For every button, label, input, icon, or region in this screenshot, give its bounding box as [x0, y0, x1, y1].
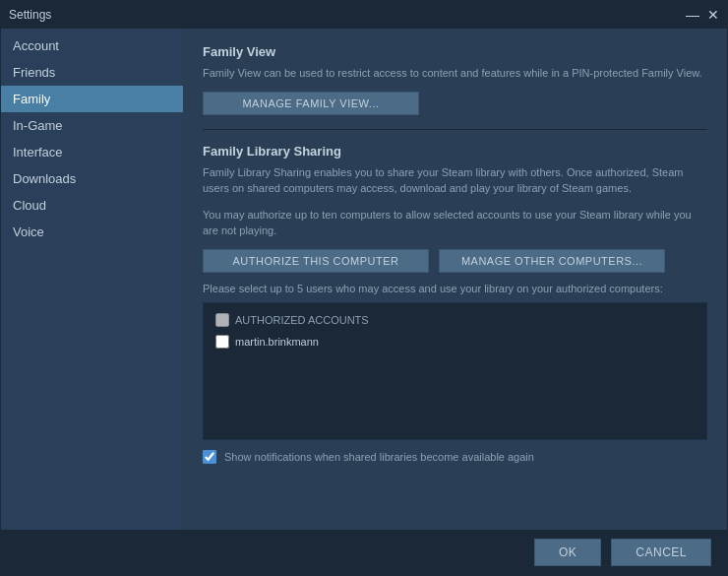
- family-library-desc2: You may authorize up to ten computers to…: [203, 207, 707, 239]
- notification-label: Show notifications when shared libraries…: [224, 451, 534, 463]
- manage-family-view-button[interactable]: MANAGE FAMILY VIEW...: [203, 92, 419, 115]
- settings-window: Settings — ✕ Account Friends Family In-G…: [0, 0, 728, 576]
- family-library-title: Family Library Sharing: [203, 144, 707, 159]
- sidebar-item-label: Family: [13, 92, 50, 106]
- sidebar-item-label: Interface: [13, 145, 63, 160]
- section-divider: [203, 129, 707, 130]
- family-view-title: Family View: [203, 44, 707, 59]
- sidebar-item-in-game[interactable]: In-Game: [1, 112, 183, 139]
- account-row: martin.brinkmann: [210, 331, 700, 352]
- sidebar-item-label: Cloud: [13, 198, 46, 213]
- sidebar: Account Friends Family In-Game Interface…: [1, 29, 183, 530]
- titlebar: Settings — ✕: [1, 1, 727, 29]
- authorized-accounts-checkbox[interactable]: [215, 313, 229, 327]
- sidebar-item-family[interactable]: Family: [1, 86, 183, 112]
- authorize-computer-button[interactable]: AUTHORIZE THIS COMPUTER: [203, 249, 429, 273]
- sidebar-item-label: Voice: [13, 224, 44, 239]
- sidebar-item-label: Downloads: [13, 171, 76, 186]
- family-view-description: Family View can be used to restrict acce…: [203, 65, 707, 82]
- sidebar-item-interface[interactable]: Interface: [1, 139, 183, 165]
- close-button[interactable]: ✕: [707, 8, 719, 22]
- family-library-section: Family Library Sharing Family Library Sh…: [203, 144, 707, 464]
- library-buttons-row: AUTHORIZE THIS COMPUTER MANAGE OTHER COM…: [203, 249, 707, 273]
- account-name-martin: martin.brinkmann: [235, 336, 319, 348]
- notification-row: Show notifications when shared libraries…: [203, 450, 707, 464]
- sidebar-item-label: Account: [13, 38, 59, 53]
- sidebar-item-label: Friends: [13, 65, 55, 80]
- family-library-desc1: Family Library Sharing enables you to sh…: [203, 164, 707, 197]
- sidebar-item-cloud[interactable]: Cloud: [1, 192, 183, 219]
- window-title: Settings: [9, 8, 51, 22]
- sidebar-item-friends[interactable]: Friends: [1, 59, 183, 86]
- notification-checkbox[interactable]: [203, 450, 216, 464]
- content-area: Account Friends Family In-Game Interface…: [1, 29, 727, 530]
- titlebar-controls: — ✕: [686, 8, 719, 22]
- users-section-label: Please select up to 5 users who may acce…: [203, 283, 707, 294]
- cancel-button[interactable]: CANCEL: [611, 539, 711, 566]
- sidebar-item-account[interactable]: Account: [1, 32, 183, 59]
- accounts-header-row: AUTHORIZED ACCOUNTS: [210, 309, 700, 331]
- main-content: Family View Family View can be used to r…: [183, 29, 727, 530]
- authorized-accounts-label: AUTHORIZED ACCOUNTS: [235, 314, 369, 326]
- sidebar-item-label: In-Game: [13, 118, 63, 133]
- footer: OK CANCEL: [1, 530, 727, 575]
- family-view-section: Family View Family View can be used to r…: [203, 44, 707, 115]
- sidebar-item-downloads[interactable]: Downloads: [1, 165, 183, 192]
- accounts-box: AUTHORIZED ACCOUNTS martin.brinkmann: [203, 302, 707, 440]
- manage-computers-button[interactable]: MANAGE OTHER COMPUTERS...: [439, 249, 665, 273]
- account-checkbox-martin[interactable]: [215, 335, 229, 349]
- ok-button[interactable]: OK: [534, 539, 601, 566]
- sidebar-item-voice[interactable]: Voice: [1, 219, 183, 245]
- minimize-button[interactable]: —: [686, 8, 699, 22]
